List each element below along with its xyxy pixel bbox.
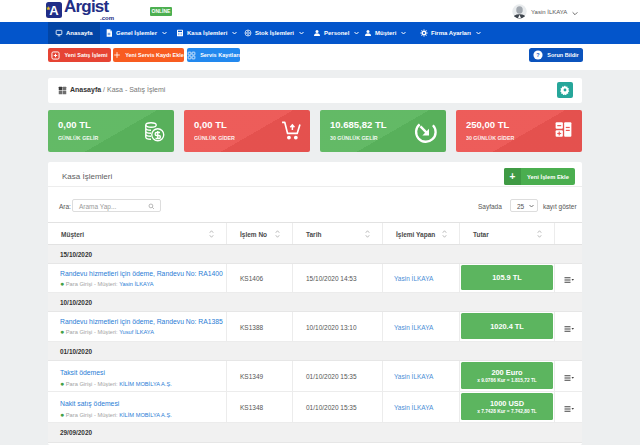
svg-text:?: ? — [537, 52, 540, 58]
